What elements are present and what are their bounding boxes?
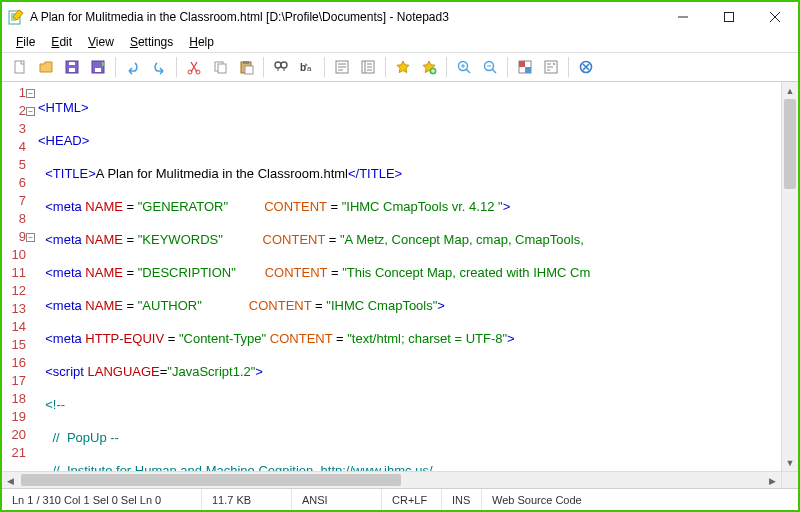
svg-rect-7 <box>95 68 101 72</box>
menu-settings[interactable]: Settings <box>124 34 179 50</box>
undo-button[interactable] <box>121 55 145 79</box>
minimize-button[interactable] <box>660 2 706 32</box>
svg-rect-26 <box>525 67 531 73</box>
svg-rect-1 <box>725 13 734 22</box>
menu-edit[interactable]: Edit <box>45 34 78 50</box>
line-number-gutter: 123456789101112131415161718192021 <box>2 82 26 471</box>
status-eol[interactable]: CR+LF <box>382 489 442 510</box>
svg-point-16 <box>281 62 287 68</box>
replace-button[interactable]: ba <box>295 55 319 79</box>
svg-rect-25 <box>519 61 525 67</box>
menubar: File Edit View Settings Help <box>2 32 798 52</box>
close-button[interactable] <box>752 2 798 32</box>
zoom-in-button[interactable] <box>452 55 476 79</box>
add-favorite-button[interactable] <box>417 55 441 79</box>
save-as-button[interactable] <box>86 55 110 79</box>
status-encoding[interactable]: ANSI <box>292 489 382 510</box>
svg-rect-4 <box>69 68 75 72</box>
exit-button[interactable] <box>574 55 598 79</box>
scroll-down-icon[interactable]: ▼ <box>782 454 798 471</box>
vertical-scroll-thumb[interactable] <box>784 99 796 189</box>
menu-file[interactable]: File <box>10 34 41 50</box>
status-position: Ln 1 / 310 Col 1 Sel 0 Sel Ln 0 <box>2 489 202 510</box>
word-wrap-button[interactable] <box>330 55 354 79</box>
zoom-out-button[interactable] <box>478 55 502 79</box>
scroll-right-icon[interactable]: ▶ <box>764 472 781 489</box>
svg-rect-5 <box>69 62 75 65</box>
save-button[interactable] <box>60 55 84 79</box>
line-numbers-button[interactable] <box>356 55 380 79</box>
status-insert-mode[interactable]: INS <box>442 489 482 510</box>
statusbar: Ln 1 / 310 Col 1 Sel 0 Sel Ln 0 11.7 KB … <box>2 488 798 510</box>
titlebar: A Plan for Mulitmedia in the Classroom.h… <box>2 2 798 32</box>
vertical-scrollbar[interactable]: ▲ ▼ <box>781 82 798 471</box>
scheme-button[interactable] <box>513 55 537 79</box>
horizontal-scrollbar[interactable]: ◀ ▶ <box>2 471 798 488</box>
menu-view[interactable]: View <box>82 34 120 50</box>
settings-button[interactable] <box>539 55 563 79</box>
scroll-left-icon[interactable]: ◀ <box>2 472 19 489</box>
svg-rect-11 <box>218 64 226 73</box>
svg-point-28 <box>553 63 555 65</box>
app-icon <box>8 9 24 25</box>
editor[interactable]: 123456789101112131415161718192021 −−− <H… <box>2 82 798 471</box>
window-title: A Plan for Mulitmedia in the Classroom.h… <box>30 10 660 24</box>
svg-rect-2 <box>15 61 24 73</box>
svg-rect-14 <box>245 66 253 74</box>
favorite-button[interactable] <box>391 55 415 79</box>
maximize-button[interactable] <box>706 2 752 32</box>
svg-point-15 <box>275 62 281 68</box>
new-file-button[interactable] <box>8 55 32 79</box>
paste-button[interactable] <box>234 55 258 79</box>
status-language[interactable]: Web Source Code <box>482 489 798 510</box>
status-size: 11.7 KB <box>202 489 292 510</box>
menu-help[interactable]: Help <box>183 34 220 50</box>
code-area[interactable]: <HTML> <HEAD> <TITLE>A Plan for Mulitmed… <box>38 82 781 471</box>
redo-button[interactable] <box>147 55 171 79</box>
svg-text:a: a <box>307 64 312 73</box>
toolbar: ba <box>2 52 798 82</box>
open-file-button[interactable] <box>34 55 58 79</box>
horizontal-scroll-thumb[interactable] <box>21 474 401 486</box>
scroll-up-icon[interactable]: ▲ <box>782 82 798 99</box>
copy-button[interactable] <box>208 55 232 79</box>
cut-button[interactable] <box>182 55 206 79</box>
find-button[interactable] <box>269 55 293 79</box>
fold-column[interactable]: −−− <box>26 82 38 471</box>
svg-rect-13 <box>243 61 249 64</box>
